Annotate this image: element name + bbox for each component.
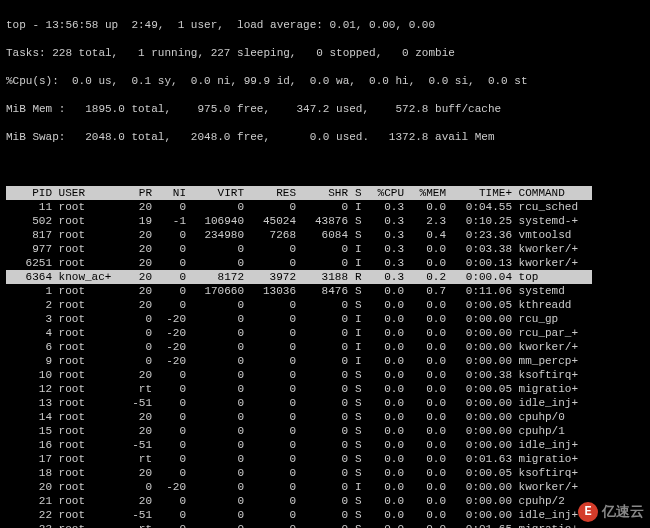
table-row[interactable]: 977 root200000 I0.30.00:03.38 kworker/+ (6, 242, 592, 256)
cell: vmtoolsd (512, 228, 592, 242)
col-mem[interactable]: %MEM (404, 186, 446, 200)
cell: 0 (152, 270, 186, 284)
cell: 0 (244, 424, 296, 438)
cell: root (52, 284, 118, 298)
cell: 0 (244, 410, 296, 424)
cell: 0 (244, 340, 296, 354)
table-row[interactable]: 6251 root200000 I0.30.00:00.13 kworker/+ (6, 256, 592, 270)
cell: -51 (118, 438, 152, 452)
cell: 0.0 (404, 424, 446, 438)
summary-mem: MiB Mem : 1895.0 total, 975.0 free, 347.… (6, 102, 644, 116)
cell: 0:00.38 (446, 368, 512, 382)
cell: 0 (296, 200, 348, 214)
table-row[interactable]: 817 root20023498072686084 S0.30.40:23.36… (6, 228, 592, 242)
col-s[interactable]: S (348, 186, 362, 200)
table-row[interactable]: 23 rootrt0000 S0.00.00:01.65 migratio+ (6, 522, 592, 528)
cell: root (52, 508, 118, 522)
cell: 0.0 (362, 340, 404, 354)
cell: kworker/+ (512, 480, 592, 494)
cell: 0 (152, 438, 186, 452)
watermark-text: 亿速云 (602, 505, 644, 519)
cell: 3188 (296, 270, 348, 284)
table-row[interactable]: 6364 know_ac+200817239723188 R0.30.20:00… (6, 270, 592, 284)
table-row[interactable]: 20 root0-20000 I0.00.00:00.00 kworker/+ (6, 480, 592, 494)
cell: 0 (296, 326, 348, 340)
cell: systemd-+ (512, 214, 592, 228)
watermark: E 亿速云 (578, 502, 644, 522)
cell: 20 (118, 466, 152, 480)
cell: root (52, 466, 118, 480)
terminal[interactable]: top - 13:56:58 up 2:49, 1 user, load ave… (0, 0, 650, 528)
cell: 0:03.38 (446, 242, 512, 256)
table-row[interactable]: 15 root200000 S0.00.00:00.00 cpuhp/1 (6, 424, 592, 438)
cell: 0 (152, 522, 186, 528)
cell: 0 (186, 494, 244, 508)
cell: 0:00.00 (446, 424, 512, 438)
table-row[interactable]: 12 rootrt0000 S0.00.00:00.05 migratio+ (6, 382, 592, 396)
table-row[interactable]: 21 root200000 S0.00.00:00.00 cpuhp/2 (6, 494, 592, 508)
cell: 0 (152, 368, 186, 382)
cell: 0 (244, 452, 296, 466)
cell: 23 (6, 522, 52, 528)
cell: 0 (152, 228, 186, 242)
cell: 0 (152, 298, 186, 312)
col-cpu[interactable]: %CPU (362, 186, 404, 200)
col-virt[interactable]: VIRT (186, 186, 244, 200)
cell: 0.0 (362, 326, 404, 340)
col-time[interactable]: TIME+ (446, 186, 512, 200)
col-ni[interactable]: NI (152, 186, 186, 200)
cell: S (348, 452, 362, 466)
cell: 0 (296, 256, 348, 270)
table-row[interactable]: 10 root200000 S0.00.00:00.38 ksoftirq+ (6, 368, 592, 382)
table-row[interactable]: 3 root0-20000 I0.00.00:00.00 rcu_gp (6, 312, 592, 326)
table-row[interactable]: 13 root-510000 S0.00.00:00.00 idle_inj+ (6, 396, 592, 410)
cell: 0 (152, 382, 186, 396)
cell: 20 (118, 228, 152, 242)
cell: root (52, 480, 118, 494)
table-row[interactable]: 16 root-510000 S0.00.00:00.00 idle_inj+ (6, 438, 592, 452)
cell: idle_inj+ (512, 396, 592, 410)
cell: 0 (186, 466, 244, 480)
cell: 0 (244, 312, 296, 326)
cell: 0.0 (404, 200, 446, 214)
cell: 0.2 (404, 270, 446, 284)
table-row[interactable]: 22 root-510000 S0.00.00:00.00 idle_inj+ (6, 508, 592, 522)
table-row[interactable]: 4 root0-20000 I0.00.00:00.00 rcu_par_+ (6, 326, 592, 340)
table-row[interactable]: 14 root200000 S0.00.00:00.00 cpuhp/0 (6, 410, 592, 424)
table-row[interactable]: 6 root0-20000 I0.00.00:00.00 kworker/+ (6, 340, 592, 354)
cell: root (52, 368, 118, 382)
cell: S (348, 298, 362, 312)
col-res[interactable]: RES (244, 186, 296, 200)
table-row[interactable]: 2 root200000 S0.00.00:00.05 kthreadd (6, 298, 592, 312)
col-shr[interactable]: SHR (296, 186, 348, 200)
col-pr[interactable]: PR (118, 186, 152, 200)
cell: 0:23.36 (446, 228, 512, 242)
table-row[interactable]: 502 root19-11069404502443876 S0.32.30:10… (6, 214, 592, 228)
cell: I (348, 480, 362, 494)
cell: 0.0 (404, 312, 446, 326)
col-cmd[interactable]: COMMAND (512, 186, 592, 200)
cell: 0 (244, 396, 296, 410)
summary-uptime: top - 13:56:58 up 2:49, 1 user, load ave… (6, 18, 644, 32)
cell: root (52, 354, 118, 368)
col-user[interactable]: USER (52, 186, 118, 200)
cell: -1 (152, 214, 186, 228)
cell: -20 (152, 354, 186, 368)
cell: rcu_sched (512, 200, 592, 214)
cell: 0 (186, 424, 244, 438)
cell: 20 (118, 494, 152, 508)
col-pid[interactable]: PID (6, 186, 52, 200)
cell: 0 (118, 480, 152, 494)
cell: migratio+ (512, 382, 592, 396)
table-row[interactable]: 11 root200000 I0.30.00:04.55 rcu_sched (6, 200, 592, 214)
table-row[interactable]: 17 rootrt0000 S0.00.00:01.63 migratio+ (6, 452, 592, 466)
cell: 8172 (186, 270, 244, 284)
table-row[interactable]: 9 root0-20000 I0.00.00:00.00 mm_percp+ (6, 354, 592, 368)
cell: 0.3 (362, 256, 404, 270)
cell: root (52, 396, 118, 410)
table-row[interactable]: 1 root200170660130368476 S0.00.70:11.06 … (6, 284, 592, 298)
table-row[interactable]: 18 root200000 S0.00.00:00.05 ksoftirq+ (6, 466, 592, 480)
cell: 0.0 (404, 354, 446, 368)
cell: 0 (296, 508, 348, 522)
cell: 0.3 (362, 270, 404, 284)
